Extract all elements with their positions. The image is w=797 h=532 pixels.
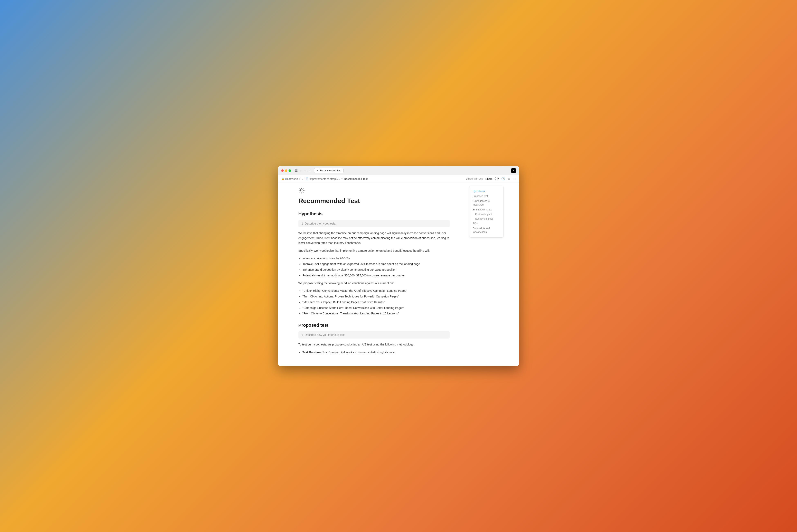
tab-area: ✦ Recommended Test [314,168,343,173]
hint-info-icon: ℹ [302,222,303,225]
maximize-button[interactable] [288,169,291,172]
hypothesis-paragraph-2: Specifically, we hypothesize that implem… [294,248,454,253]
hypothesis-bullets-1: Increase conversion rates by 20-30% Impr… [302,256,450,278]
minimize-button[interactable] [285,169,287,172]
list-item: Increase conversion rates by 20-30% [302,256,450,261]
hint-info-icon-2: ℹ [302,333,303,337]
more-options-icon[interactable]: ⋯ [513,177,516,180]
breadcrumb-bar: 🔒 Boagworks / ... / 📄 Improvements to st… [278,175,519,183]
proposed-test-hint-box: ℹ Describe how you intend to test [298,331,450,339]
breadcrumb: 🔒 Boagworks / ... / 📄 Improvements to st… [281,177,368,180]
list-item: "Unlock Higher Conversions: Master the A… [302,288,450,293]
spinner-icon [298,187,305,194]
list-item: "Campaign Success Starts Here: Boost Con… [302,306,450,310]
toc-item-effort[interactable]: Effort [473,221,500,226]
svg-line-4 [300,189,301,190]
main-content: Recommended Test Hypothesis ℹ Describe t… [278,183,519,366]
toc-item-proposed-test[interactable]: Proposed test [473,194,500,198]
edited-timestamp: Edited 47m ago [466,177,483,180]
page-icon-2: 📄 [305,177,308,180]
tab-title: Recommended Test [319,169,341,172]
breadcrumb-item-boagworks[interactable]: 🔒 Boagworks [281,177,298,180]
history-icon[interactable]: 🕐 [501,177,505,180]
breadcrumb-sep-1: / [299,177,300,180]
new-tab-icon[interactable]: + [308,169,310,172]
close-button[interactable] [281,169,284,172]
list-item: Potentially result in an additional $50,… [302,273,450,278]
breadcrumb-current-label: Recommended Test [344,177,367,180]
breadcrumb-item-improvements[interactable]: 📄 Improvements to strapl... [305,177,339,180]
toc-card: Hypothesis Proposed test How success is … [469,186,504,238]
toc-item-estimated-impact[interactable]: Estimated Impact [473,207,500,212]
browser-window: ☰ ← → + ✦ Recommended Test N 🔒 Boagworks… [278,166,519,366]
svg-line-6 [303,189,303,190]
page-title: Recommended Test [294,197,454,205]
proposed-test-section: Proposed test ℹ Describe how you intend … [294,323,454,355]
breadcrumb-sep-2: / [304,177,304,180]
svg-line-7 [300,192,301,192]
proposed-test-paragraph-1: To test our hypothesis, we propose condu… [294,342,454,347]
toc-item-constraints[interactable]: Constraints and Weaknesses [473,226,500,234]
comment-icon[interactable]: 💬 [495,177,499,180]
hypothesis-paragraph-3: We propose testing the following headlin… [294,281,454,286]
lock-icon: 🔒 [281,177,284,180]
page-icon-area [294,187,454,194]
star-icon[interactable]: ☆ [508,177,510,180]
hypothesis-hint-text: Describe the hypothesis. [305,222,336,225]
toc-item-negative-impact[interactable]: Negative Impact: [473,216,500,221]
breadcrumb-item-ellipsis[interactable]: ... [301,177,303,180]
breadcrumb-improvements-label: Improvements to strapl... [309,177,339,180]
breadcrumb-ellipsis-label: ... [301,177,303,180]
active-tab[interactable]: ✦ Recommended Test [314,168,343,173]
notion-logo: N [511,168,516,173]
list-item: Improve user engagement, with an expecte… [302,262,450,267]
breadcrumb-current-page: ✦ Recommended Test [341,177,367,180]
proposed-test-bullets: Test Duration: Test Duration: 2-4 weeks … [302,350,450,355]
nav-controls: ☰ ← → + [295,169,310,172]
proposed-test-hint-text: Describe how you intend to test [305,333,344,337]
content-area: Recommended Test Hypothesis ℹ Describe t… [278,183,466,366]
svg-line-5 [303,192,303,192]
hypothesis-hint-box: ℹ Describe the hypothesis. [298,220,450,227]
hypothesis-heading: Hypothesis [294,211,454,216]
toc-sidebar: Hypothesis Proposed test How success is … [466,183,507,366]
list-item: Enhance brand perception by clearly comm… [302,267,450,272]
list-item: "Maximize Your Impact: Build Landing Pag… [302,300,450,305]
share-button[interactable]: Share [485,177,493,180]
hypothesis-paragraph-1: We believe that changing the strapline o… [294,231,454,245]
breadcrumb-boagworks-label: Boagworks [285,177,298,180]
toc-item-how-success[interactable]: How success is measured [473,198,500,207]
list-item: "From Clicks to Conversions: Transform Y… [302,311,450,316]
traffic-lights [281,169,291,172]
forward-icon[interactable]: → [304,169,307,172]
back-icon[interactable]: ← [299,169,302,172]
list-item: Test Duration: Test Duration: 2-4 weeks … [302,350,450,355]
title-bar: ☰ ← → + ✦ Recommended Test N [278,166,519,175]
breadcrumb-sep-3: / [339,177,340,180]
tab-favicon-icon: ✦ [316,169,318,172]
breadcrumb-actions: Edited 47m ago Share 💬 🕐 ☆ ⋯ [466,177,516,180]
toc-item-hypothesis[interactable]: Hypothesis [473,189,500,194]
list-item: "Turn Clicks Into Actions: Proven Techni… [302,294,450,299]
proposed-test-heading: Proposed test [294,323,454,328]
sidebar-toggle-icon[interactable]: ☰ [295,169,298,172]
toc-item-positive-impact[interactable]: Positive Impact: [473,212,500,216]
current-page-icon: ✦ [341,177,343,180]
hypothesis-bullets-2: "Unlock Higher Conversions: Master the A… [302,288,450,316]
